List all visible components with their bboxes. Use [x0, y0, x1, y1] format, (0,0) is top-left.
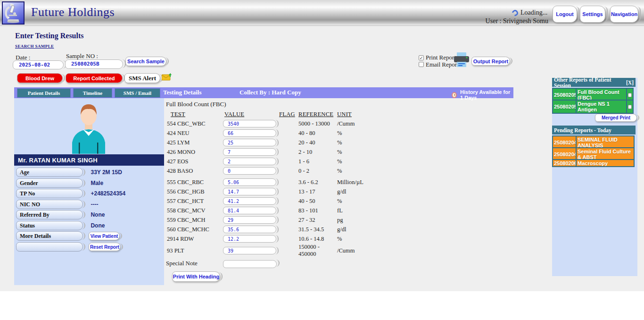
- loading-spinner-icon: [511, 8, 519, 17]
- col-unit: UNIT: [337, 111, 373, 118]
- test-value-input[interactable]: [223, 188, 276, 195]
- testing-row: 556 CBC_HGB 13 - 17 g/dl: [166, 187, 392, 196]
- testing-row: 557 CBC_HCT 40 - 50 %: [166, 196, 392, 206]
- test-name: 425 LYM: [166, 139, 223, 146]
- patient-avatar: [60, 101, 117, 156]
- test-value-input[interactable]: [223, 178, 276, 186]
- patient-field-value: Done: [91, 221, 105, 230]
- test-reference: 5000 - 13000: [298, 120, 337, 127]
- logout-button[interactable]: Logout: [553, 6, 577, 23]
- test-value-input[interactable]: [223, 148, 276, 156]
- test-name: 556 CBC_HGB: [166, 188, 223, 195]
- test-unit: /Cumm: [337, 247, 392, 254]
- special-note-input[interactable]: [223, 260, 277, 268]
- app-window: Future Holdings Loading... User : Srivig…: [0, 0, 644, 320]
- app-header: Future Holdings Loading... User : Srivig…: [0, 0, 644, 26]
- testing-row: 554 CBC_WBC 5000 - 13000 /Cumm: [166, 119, 392, 128]
- search-sample-button[interactable]: Search Sample: [125, 57, 166, 66]
- patient-field-row: TP No +2482524354: [16, 189, 162, 198]
- print-with-heading-button[interactable]: Print With Heading: [172, 271, 220, 282]
- navigation-button[interactable]: Navigation: [610, 6, 638, 23]
- test-value-input[interactable]: [223, 139, 276, 146]
- sms-alert-button[interactable]: SMS Alert: [124, 73, 160, 83]
- tab-bar: Patient Details Timeline SMS / Email Tes…: [14, 87, 513, 98]
- test-reference: 13 - 17: [298, 188, 337, 195]
- test-value-input[interactable]: [223, 226, 276, 233]
- test-unit: g/dl: [337, 226, 392, 233]
- testing-row: 560 CBC_MCHC 31.5 - 34.5 g/dl: [166, 225, 392, 234]
- date-input[interactable]: [13, 60, 64, 69]
- patient-field-label: Age: [16, 168, 83, 177]
- test-name: 558 CBC_MCV: [166, 207, 223, 214]
- col-flag: FLAG: [279, 111, 298, 118]
- pending-report-row[interactable]: 25080206 Macroscopy: [552, 159, 635, 167]
- test-unit: pg: [337, 217, 392, 224]
- testing-rows: 554 CBC_WBC 5000 - 13000 /Cumm 424 NEU 4…: [166, 119, 392, 253]
- patient-field-label: Referred By: [16, 210, 83, 219]
- printer-icon: [453, 52, 471, 70]
- testing-panel-title: Full Blood Count (FBC): [166, 101, 226, 108]
- test-reference: 40 - 50: [298, 198, 337, 205]
- test-value-input[interactable]: [223, 207, 276, 214]
- test-value-input[interactable]: [223, 235, 276, 243]
- tab-timeline[interactable]: Timeline: [73, 88, 112, 98]
- patient-field-label: Status: [16, 221, 83, 230]
- testing-row: 558 CBC_MCV 83 - 101 fL: [166, 206, 392, 215]
- test-reference: 2 - 10: [298, 149, 337, 156]
- patient-field-row: NIC NO ----: [16, 200, 162, 209]
- collect-by-label: Collect By : Hard Copy: [239, 89, 301, 96]
- report-checkbox[interactable]: [628, 93, 632, 97]
- test-value-input[interactable]: [223, 129, 276, 137]
- test-value-input[interactable]: [223, 120, 276, 127]
- test-value-input[interactable]: [223, 158, 276, 165]
- test-value-input[interactable]: [223, 247, 276, 254]
- patient-field-value: None: [91, 210, 105, 219]
- tab-sms-email[interactable]: SMS / Email: [115, 88, 160, 98]
- test-name: 554 CBC_WBC: [166, 120, 223, 127]
- blood-drew-button[interactable]: Blood Drew: [17, 73, 63, 83]
- test-name: 424 NEU: [166, 130, 223, 137]
- search-sample-link[interactable]: SEARCH SAMPLE: [15, 44, 54, 49]
- test-name: 428 BASO: [166, 168, 223, 175]
- testing-row: 425 LYM 20 - 40 %: [166, 138, 392, 147]
- close-icon[interactable]: [X]: [626, 80, 634, 85]
- test-unit: %: [337, 236, 392, 243]
- print-report-checkbox[interactable]: [419, 55, 424, 60]
- tab-patient-details[interactable]: Patient Details: [17, 88, 71, 98]
- special-note-input-wrap: [223, 259, 277, 267]
- test-unit: fL: [337, 207, 392, 214]
- col-test: TEST: [166, 111, 223, 118]
- test-reference: 31.5 - 34.5: [298, 226, 337, 233]
- testing-row: 559 CBC_MCH 27 - 32 pg: [166, 215, 392, 225]
- logo-microscope-icon: [3, 2, 24, 24]
- output-report-button[interactable]: Output Report: [471, 57, 510, 66]
- page-title: Enter Testing Results: [15, 32, 84, 40]
- view-patient-button[interactable]: View Patient: [89, 232, 120, 240]
- merged-print-button[interactable]: Merged Print: [595, 114, 637, 122]
- sample-no-input-wrap: [65, 59, 123, 68]
- patient-field-value: +2482524354: [91, 189, 125, 198]
- test-value-input[interactable]: [223, 167, 276, 175]
- patient-field-row: Status Done: [16, 221, 162, 230]
- test-value-input[interactable]: [223, 216, 276, 224]
- test-value-input[interactable]: [223, 197, 276, 205]
- report-sample-no: 25080205: [552, 100, 577, 114]
- test-unit: g/dl: [337, 188, 392, 195]
- sample-no-input[interactable]: [65, 59, 123, 69]
- reset-report-button[interactable]: Reset Report: [89, 243, 121, 251]
- test-reference: 1 - 6: [298, 158, 337, 165]
- email-report-checkbox[interactable]: [419, 62, 424, 67]
- test-unit: %: [337, 158, 392, 165]
- settings-button[interactable]: Settings: [580, 6, 605, 23]
- test-unit: %: [337, 130, 392, 137]
- testing-row: 427 EOS 1 - 6 %: [166, 157, 392, 166]
- other-report-row[interactable]: 25080205 Dengue NS 1 Antigen: [552, 100, 634, 114]
- history-note: History Available for 1 Days: [460, 89, 513, 101]
- more-details-label: More Details: [16, 231, 83, 241]
- testing-row: 93 PLT 150000 - 450000 /Cumm: [166, 244, 392, 253]
- report-collected-button[interactable]: Report Collected: [66, 73, 123, 83]
- test-name: 93 PLT: [166, 247, 223, 254]
- report-checkbox[interactable]: [628, 105, 632, 109]
- loading-text: Loading...: [520, 9, 547, 17]
- user-text: User : Srivignesh Somu: [486, 17, 548, 25]
